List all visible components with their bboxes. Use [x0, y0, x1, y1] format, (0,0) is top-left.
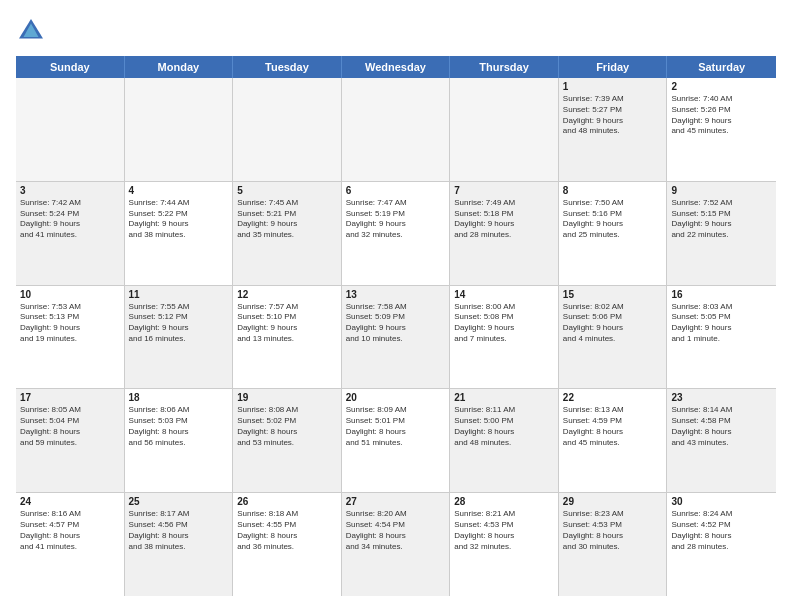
- day-number: 13: [346, 289, 446, 300]
- day-info: Sunrise: 7:52 AM Sunset: 5:15 PM Dayligh…: [671, 198, 772, 241]
- day-info: Sunrise: 8:23 AM Sunset: 4:53 PM Dayligh…: [563, 509, 663, 552]
- day-number: 26: [237, 496, 337, 507]
- week-row-4: 24Sunrise: 8:16 AM Sunset: 4:57 PM Dayli…: [16, 493, 776, 596]
- day-cell-9: 9Sunrise: 7:52 AM Sunset: 5:15 PM Daylig…: [667, 182, 776, 285]
- day-cell-30: 30Sunrise: 8:24 AM Sunset: 4:52 PM Dayli…: [667, 493, 776, 596]
- day-number: 12: [237, 289, 337, 300]
- day-number: 23: [671, 392, 772, 403]
- day-info: Sunrise: 7:49 AM Sunset: 5:18 PM Dayligh…: [454, 198, 554, 241]
- day-cell-27: 27Sunrise: 8:20 AM Sunset: 4:54 PM Dayli…: [342, 493, 451, 596]
- day-cell-22: 22Sunrise: 8:13 AM Sunset: 4:59 PM Dayli…: [559, 389, 668, 492]
- day-info: Sunrise: 7:58 AM Sunset: 5:09 PM Dayligh…: [346, 302, 446, 345]
- day-cell-21: 21Sunrise: 8:11 AM Sunset: 5:00 PM Dayli…: [450, 389, 559, 492]
- calendar-body: 1Sunrise: 7:39 AM Sunset: 5:27 PM Daylig…: [16, 78, 776, 596]
- day-info: Sunrise: 8:20 AM Sunset: 4:54 PM Dayligh…: [346, 509, 446, 552]
- day-number: 7: [454, 185, 554, 196]
- header-day-tuesday: Tuesday: [233, 56, 342, 78]
- day-info: Sunrise: 8:13 AM Sunset: 4:59 PM Dayligh…: [563, 405, 663, 448]
- day-number: 22: [563, 392, 663, 403]
- week-row-0: 1Sunrise: 7:39 AM Sunset: 5:27 PM Daylig…: [16, 78, 776, 182]
- day-cell-11: 11Sunrise: 7:55 AM Sunset: 5:12 PM Dayli…: [125, 286, 234, 389]
- day-info: Sunrise: 7:42 AM Sunset: 5:24 PM Dayligh…: [20, 198, 120, 241]
- day-number: 20: [346, 392, 446, 403]
- day-cell-28: 28Sunrise: 8:21 AM Sunset: 4:53 PM Dayli…: [450, 493, 559, 596]
- day-info: Sunrise: 8:05 AM Sunset: 5:04 PM Dayligh…: [20, 405, 120, 448]
- day-cell-13: 13Sunrise: 7:58 AM Sunset: 5:09 PM Dayli…: [342, 286, 451, 389]
- day-cell-20: 20Sunrise: 8:09 AM Sunset: 5:01 PM Dayli…: [342, 389, 451, 492]
- day-number: 25: [129, 496, 229, 507]
- day-number: 10: [20, 289, 120, 300]
- day-number: 3: [20, 185, 120, 196]
- day-cell-26: 26Sunrise: 8:18 AM Sunset: 4:55 PM Dayli…: [233, 493, 342, 596]
- day-number: 24: [20, 496, 120, 507]
- logo-icon: [16, 16, 46, 46]
- day-number: 21: [454, 392, 554, 403]
- day-cell-3: 3Sunrise: 7:42 AM Sunset: 5:24 PM Daylig…: [16, 182, 125, 285]
- day-info: Sunrise: 8:18 AM Sunset: 4:55 PM Dayligh…: [237, 509, 337, 552]
- header-day-sunday: Sunday: [16, 56, 125, 78]
- day-number: 14: [454, 289, 554, 300]
- day-cell-12: 12Sunrise: 7:57 AM Sunset: 5:10 PM Dayli…: [233, 286, 342, 389]
- day-info: Sunrise: 8:06 AM Sunset: 5:03 PM Dayligh…: [129, 405, 229, 448]
- day-info: Sunrise: 8:00 AM Sunset: 5:08 PM Dayligh…: [454, 302, 554, 345]
- day-cell-17: 17Sunrise: 8:05 AM Sunset: 5:04 PM Dayli…: [16, 389, 125, 492]
- day-info: Sunrise: 7:44 AM Sunset: 5:22 PM Dayligh…: [129, 198, 229, 241]
- day-info: Sunrise: 8:11 AM Sunset: 5:00 PM Dayligh…: [454, 405, 554, 448]
- day-cell-24: 24Sunrise: 8:16 AM Sunset: 4:57 PM Dayli…: [16, 493, 125, 596]
- day-cell-19: 19Sunrise: 8:08 AM Sunset: 5:02 PM Dayli…: [233, 389, 342, 492]
- day-info: Sunrise: 7:55 AM Sunset: 5:12 PM Dayligh…: [129, 302, 229, 345]
- calendar: SundayMondayTuesdayWednesdayThursdayFrid…: [16, 56, 776, 596]
- day-cell-4: 4Sunrise: 7:44 AM Sunset: 5:22 PM Daylig…: [125, 182, 234, 285]
- day-number: 19: [237, 392, 337, 403]
- day-number: 9: [671, 185, 772, 196]
- empty-cell-0-4: [450, 78, 559, 181]
- day-info: Sunrise: 8:09 AM Sunset: 5:01 PM Dayligh…: [346, 405, 446, 448]
- day-cell-29: 29Sunrise: 8:23 AM Sunset: 4:53 PM Dayli…: [559, 493, 668, 596]
- day-number: 6: [346, 185, 446, 196]
- day-info: Sunrise: 8:17 AM Sunset: 4:56 PM Dayligh…: [129, 509, 229, 552]
- day-number: 17: [20, 392, 120, 403]
- day-info: Sunrise: 8:24 AM Sunset: 4:52 PM Dayligh…: [671, 509, 772, 552]
- empty-cell-0-1: [125, 78, 234, 181]
- week-row-1: 3Sunrise: 7:42 AM Sunset: 5:24 PM Daylig…: [16, 182, 776, 286]
- day-cell-16: 16Sunrise: 8:03 AM Sunset: 5:05 PM Dayli…: [667, 286, 776, 389]
- week-row-2: 10Sunrise: 7:53 AM Sunset: 5:13 PM Dayli…: [16, 286, 776, 390]
- day-info: Sunrise: 7:57 AM Sunset: 5:10 PM Dayligh…: [237, 302, 337, 345]
- day-info: Sunrise: 8:02 AM Sunset: 5:06 PM Dayligh…: [563, 302, 663, 345]
- day-number: 27: [346, 496, 446, 507]
- day-info: Sunrise: 7:45 AM Sunset: 5:21 PM Dayligh…: [237, 198, 337, 241]
- day-number: 15: [563, 289, 663, 300]
- day-number: 30: [671, 496, 772, 507]
- day-number: 2: [671, 81, 772, 92]
- day-cell-7: 7Sunrise: 7:49 AM Sunset: 5:18 PM Daylig…: [450, 182, 559, 285]
- empty-cell-0-2: [233, 78, 342, 181]
- day-number: 29: [563, 496, 663, 507]
- day-info: Sunrise: 7:40 AM Sunset: 5:26 PM Dayligh…: [671, 94, 772, 137]
- day-cell-15: 15Sunrise: 8:02 AM Sunset: 5:06 PM Dayli…: [559, 286, 668, 389]
- empty-cell-0-0: [16, 78, 125, 181]
- day-number: 5: [237, 185, 337, 196]
- header-day-wednesday: Wednesday: [342, 56, 451, 78]
- header-day-thursday: Thursday: [450, 56, 559, 78]
- day-info: Sunrise: 8:03 AM Sunset: 5:05 PM Dayligh…: [671, 302, 772, 345]
- day-cell-10: 10Sunrise: 7:53 AM Sunset: 5:13 PM Dayli…: [16, 286, 125, 389]
- header-day-saturday: Saturday: [667, 56, 776, 78]
- day-number: 11: [129, 289, 229, 300]
- day-cell-2: 2Sunrise: 7:40 AM Sunset: 5:26 PM Daylig…: [667, 78, 776, 181]
- page: SundayMondayTuesdayWednesdayThursdayFrid…: [0, 0, 792, 612]
- day-info: Sunrise: 7:50 AM Sunset: 5:16 PM Dayligh…: [563, 198, 663, 241]
- day-cell-8: 8Sunrise: 7:50 AM Sunset: 5:16 PM Daylig…: [559, 182, 668, 285]
- day-cell-1: 1Sunrise: 7:39 AM Sunset: 5:27 PM Daylig…: [559, 78, 668, 181]
- day-info: Sunrise: 7:53 AM Sunset: 5:13 PM Dayligh…: [20, 302, 120, 345]
- day-number: 8: [563, 185, 663, 196]
- calendar-header: SundayMondayTuesdayWednesdayThursdayFrid…: [16, 56, 776, 78]
- day-info: Sunrise: 7:39 AM Sunset: 5:27 PM Dayligh…: [563, 94, 663, 137]
- day-number: 18: [129, 392, 229, 403]
- header-day-friday: Friday: [559, 56, 668, 78]
- day-number: 16: [671, 289, 772, 300]
- day-info: Sunrise: 8:16 AM Sunset: 4:57 PM Dayligh…: [20, 509, 120, 552]
- day-number: 1: [563, 81, 663, 92]
- day-info: Sunrise: 7:47 AM Sunset: 5:19 PM Dayligh…: [346, 198, 446, 241]
- empty-cell-0-3: [342, 78, 451, 181]
- week-row-3: 17Sunrise: 8:05 AM Sunset: 5:04 PM Dayli…: [16, 389, 776, 493]
